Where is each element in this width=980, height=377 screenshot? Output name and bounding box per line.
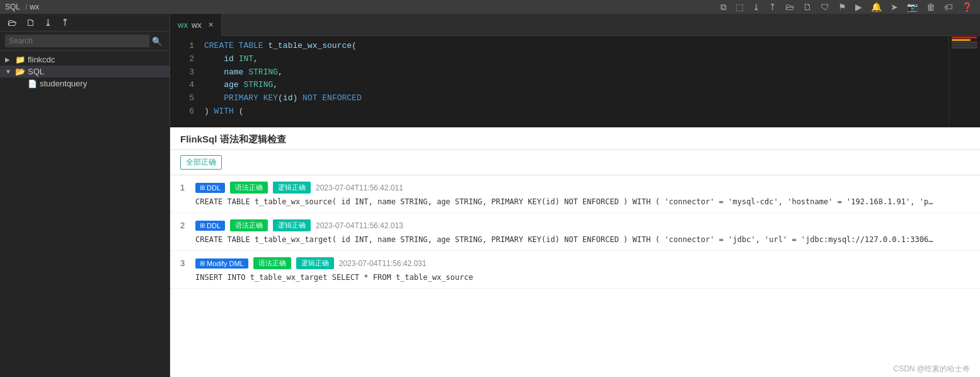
play-icon[interactable]: ▶ — [855, 2, 862, 13]
logic-ok-badge: 逻辑正确 — [273, 182, 311, 194]
line-number: 2 — [175, 53, 194, 66]
trash-icon[interactable]: 🗑 — [926, 2, 935, 13]
code-content: CREATE TABLE t_table_wx_source( — [204, 40, 357, 53]
table-icon: ⊞ — [200, 222, 205, 229]
new-file-button[interactable]: 🗋 — [23, 16, 38, 28]
item-number: 2 — [180, 221, 190, 230]
mini-map-line — [952, 47, 977, 49]
line-number: 6 — [175, 105, 194, 119]
result-item-header: 3 ⊞ Modify DML 语法正确 逻辑正确 2023-07-04T11:5… — [180, 257, 970, 269]
editor-section: wx wx ✕ 1 CREATE TABLE t_table_wx_source… — [170, 14, 980, 127]
right-section: wx wx ✕ 1 CREATE TABLE t_table_wx_source… — [170, 14, 980, 377]
close-tab-button[interactable]: ✕ — [208, 21, 214, 29]
line-number: 1 — [175, 40, 194, 53]
sidebar: 🗁 🗋 ⤓ ⤒ 🔍 ▶ 📁 flinkcdc ▼ 📂 SQL 📄 st — [0, 14, 170, 377]
code-line-5: 5 PRIMARY KEY(id) NOT ENFORCED — [170, 92, 980, 105]
result-item-1: 1 ⊞ DDL 语法正确 逻辑正确 2023-07-04T11:56:42.01… — [170, 175, 980, 213]
results-header: FlinkSql 语法和逻辑检查 — [170, 127, 980, 150]
timestamp: 2023-07-04T11:56:42.013 — [316, 221, 403, 230]
file-icon[interactable]: 🗋 — [803, 2, 812, 13]
shield-icon[interactable]: 🛡 — [821, 2, 829, 13]
split-icon[interactable]: ⬚ — [735, 2, 744, 13]
all-ok-bar: 全部正确 — [170, 150, 980, 175]
footer-text: CSDN @吃素的哈士奇 — [893, 364, 970, 373]
bell-icon[interactable]: 🔔 — [871, 2, 882, 13]
search-input[interactable] — [5, 35, 149, 47]
download-icon[interactable]: ⤓ — [752, 2, 760, 13]
result-sql: INSERT INTO t_table_wx_target SELECT * F… — [180, 273, 937, 282]
folder-icon[interactable]: 🗁 — [785, 2, 794, 13]
breadcrumb-separator: / — [25, 3, 27, 11]
code-line-1: 1 CREATE TABLE t_table_wx_source( — [170, 40, 980, 53]
all-ok-badge: 全部正确 — [180, 155, 222, 170]
page-title: FlinkSql 语法和逻辑检查 — [180, 134, 286, 144]
search-row: 🔍 — [0, 32, 170, 51]
code-content: ) WITH ( — [204, 105, 243, 119]
sidebar-item-label: studentquery — [40, 79, 87, 88]
sidebar-item-label: flinkcdc — [28, 55, 55, 64]
mini-map-line — [952, 44, 977, 46]
item-number: 3 — [180, 258, 190, 268]
tag-icon[interactable]: 🏷 — [944, 2, 953, 13]
sidebar-item-sql[interactable]: ▼ 📂 SQL — [0, 66, 170, 78]
timestamp: 2023-07-04T11:56:42.011 — [316, 183, 403, 192]
mini-map — [948, 36, 980, 127]
question-icon[interactable]: ❓ — [962, 2, 972, 13]
code-content: PRIMARY KEY(id) NOT ENFORCED — [204, 92, 362, 105]
line-number: 4 — [175, 79, 194, 92]
code-content: name STRING, — [204, 66, 283, 79]
syntax-ok-badge: 语法正确 — [230, 182, 268, 194]
sidebar-item-studentquery[interactable]: 📄 studentquery — [0, 78, 170, 90]
ddl-badge: ⊞ DDL — [195, 221, 225, 231]
tab-bar: wx wx ✕ — [170, 14, 980, 36]
code-content: id INT, — [204, 53, 258, 66]
toolbar-icons: ⧉ ⬚ ⤓ ⤒ 🗁 🗋 🛡 ⚑ ▶ 🔔 ➤ 📷 🗑 🏷 ❓ — [720, 2, 975, 13]
breadcrumb-wx: wx — [30, 3, 39, 11]
timestamp: 2023-07-04T11:56:42.031 — [339, 259, 427, 268]
result-item-3: 3 ⊞ Modify DML 语法正确 逻辑正确 2023-07-04T11:5… — [170, 251, 980, 289]
upload-icon[interactable]: ⤒ — [769, 2, 776, 13]
mini-map-line — [952, 39, 971, 41]
code-line-2: 2 id INT, — [170, 53, 980, 66]
download-button[interactable]: ⤓ — [42, 16, 55, 28]
tree-area: ▶ 📁 flinkcdc ▼ 📂 SQL 📄 studentquery — [0, 51, 170, 377]
table-icon: ⊞ — [200, 184, 205, 191]
line-number: 5 — [175, 92, 194, 105]
arrow-icon: ▶ — [5, 56, 13, 63]
search-button[interactable]: 🔍 — [149, 35, 164, 47]
file-icon: 📄 — [28, 79, 37, 88]
camera-icon[interactable]: 📷 — [907, 2, 918, 13]
result-item-header: 1 ⊞ DDL 语法正确 逻辑正确 2023-07-04T11:56:42.01… — [180, 182, 970, 194]
sidebar-toolbar: 🗁 🗋 ⤓ ⤒ — [0, 14, 170, 32]
sidebar-item-flinkcdc[interactable]: ▶ 📁 flinkcdc — [0, 54, 170, 66]
code-line-6: 6 ) WITH ( — [170, 105, 980, 119]
mini-map-line — [952, 42, 977, 44]
syntax-ok-badge: 语法正确 — [230, 219, 268, 231]
tab-icon: wx — [178, 20, 188, 30]
tab-label: wx — [192, 20, 202, 30]
syntax-ok-badge: 语法正确 — [253, 257, 291, 269]
footer: CSDN @吃素的哈士奇 — [883, 361, 980, 377]
tab-wx[interactable]: wx wx ✕ — [170, 14, 222, 36]
top-bar: SQL / wx ⧉ ⬚ ⤓ ⤒ 🗁 🗋 🛡 ⚑ ▶ 🔔 ➤ 📷 🗑 🏷 ❓ — [0, 0, 980, 14]
result-item-header: 2 ⊞ DDL 语法正确 逻辑正确 2023-07-04T11:56:42.01… — [180, 219, 970, 231]
folder-icon: 📁 — [15, 55, 25, 64]
arrow-icon: ▼ — [5, 68, 13, 75]
ddl-badge: ⊞ DDL — [195, 183, 225, 193]
sidebar-item-label: SQL — [28, 67, 44, 76]
mini-map-line — [952, 37, 977, 38]
folder-icon: 📂 — [15, 67, 25, 76]
result-sql: CREATE TABLE t_table_wx_source( id INT, … — [180, 197, 937, 206]
flag-icon[interactable]: ⚑ — [838, 2, 846, 13]
new-folder-button[interactable]: 🗁 — [5, 16, 20, 28]
code-line-4: 4 age STRING, — [170, 79, 980, 92]
copy-icon[interactable]: ⧉ — [720, 2, 727, 13]
send-icon[interactable]: ➤ — [891, 2, 898, 13]
logic-ok-badge: 逻辑正确 — [296, 257, 334, 269]
upload-button[interactable]: ⤒ — [59, 16, 72, 28]
code-editor: 1 CREATE TABLE t_table_wx_source( 2 id I… — [170, 36, 980, 127]
breadcrumb-sql: SQL — [5, 3, 20, 11]
modify-dml-badge: ⊞ Modify DML — [195, 258, 248, 269]
code-line-3: 3 name STRING, — [170, 66, 980, 79]
line-number: 3 — [175, 66, 194, 79]
